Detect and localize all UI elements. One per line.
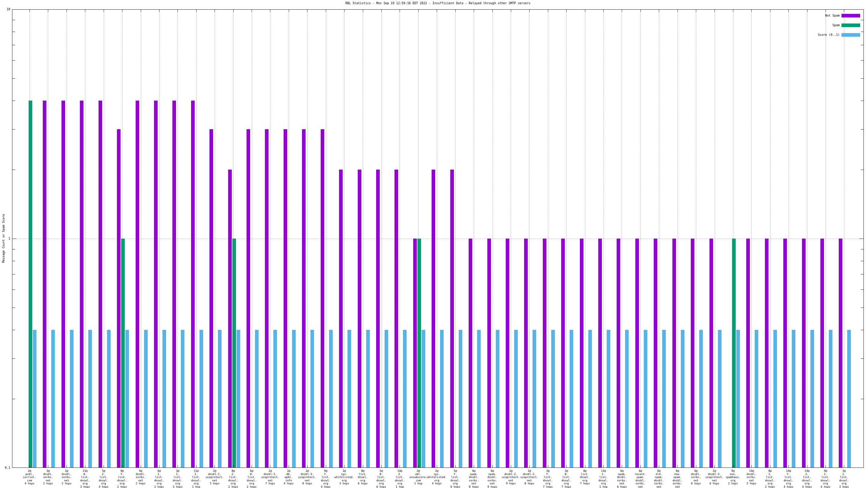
bar-not-spam	[432, 170, 435, 468]
x-tick	[159, 10, 159, 12]
x-tick	[344, 10, 344, 12]
x-tick	[122, 10, 122, 12]
bar-score-0-1	[551, 330, 555, 468]
bar-spam	[29, 101, 32, 468]
bar-score-0-1	[255, 330, 258, 468]
x-tick	[548, 10, 548, 12]
y-minor-tick	[12, 399, 15, 399]
x-tick	[30, 465, 30, 467]
x-tick	[807, 465, 807, 467]
x-tick	[511, 465, 511, 467]
legend-label-spam: Spam	[766, 24, 840, 27]
bar-score-0-1	[51, 330, 55, 468]
bar-score-0-1	[588, 330, 592, 468]
bar-not-spam	[450, 170, 454, 468]
x-tick	[85, 10, 85, 12]
x-tick	[252, 465, 252, 467]
x-tick	[622, 10, 622, 12]
bar-not-spam	[191, 101, 195, 468]
y-minor-tick	[861, 249, 864, 250]
x-tick	[751, 465, 752, 467]
x-tick	[770, 10, 770, 12]
bar-not-spam	[524, 238, 528, 468]
bar-not-spam	[802, 238, 806, 468]
x-tick	[696, 10, 696, 12]
bar-not-spam	[820, 238, 824, 468]
category-label: 3@ 2. list. dnswl. org 3 hops	[823, 469, 865, 488]
bar-score-0-1	[384, 330, 388, 468]
y-minor-tick	[861, 330, 864, 330]
bar-score-0-1	[366, 330, 370, 468]
y-minor-tick	[12, 20, 15, 20]
bar-score-0-1	[569, 330, 573, 468]
x-tick	[363, 10, 363, 12]
chart-title: RBL Statistics - Mon Sep 19 12:59:16 EDT…	[12, 1, 864, 5]
x-tick	[622, 465, 622, 467]
bar-score-0-1	[699, 330, 703, 468]
bar-score-0-1	[181, 330, 184, 468]
bar-not-spam	[376, 170, 380, 468]
bar-spam	[232, 238, 236, 468]
bar-not-spam	[746, 238, 750, 468]
bar-score-0-1	[625, 330, 629, 468]
x-tick	[326, 10, 326, 12]
bar-score-0-1	[736, 330, 740, 468]
bar-not-spam	[710, 238, 713, 468]
x-tick	[85, 465, 85, 467]
bar-score-0-1	[496, 330, 499, 468]
legend-swatch-score	[841, 33, 860, 37]
bar-not-spam	[173, 101, 176, 468]
x-tick	[252, 10, 252, 12]
x-tick	[529, 10, 530, 12]
y-minor-tick	[861, 60, 864, 61]
bar-not-spam	[580, 238, 584, 468]
bar-score-0-1	[422, 330, 425, 468]
bar-score-0-1	[440, 330, 444, 468]
bar-score-0-1	[403, 330, 407, 468]
x-tick	[474, 10, 474, 12]
x-tick	[270, 10, 270, 12]
y-minor-tick	[12, 249, 15, 250]
y-major-tick	[12, 238, 17, 239]
x-tick	[659, 465, 659, 467]
x-tick	[289, 10, 289, 12]
x-tick	[678, 10, 678, 12]
bar-not-spam	[673, 238, 676, 468]
y-minor-tick	[861, 399, 864, 399]
bar-score-0-1	[607, 330, 610, 468]
x-tick	[122, 465, 122, 467]
bar-score-0-1	[310, 330, 314, 468]
y-minor-tick	[861, 129, 864, 130]
bar-score-0-1	[662, 330, 666, 468]
bar-not-spam	[80, 101, 84, 468]
bar-not-spam	[469, 238, 472, 468]
bar-spam	[417, 238, 421, 468]
x-tick	[178, 10, 178, 12]
x-tick	[270, 465, 270, 467]
x-tick	[48, 10, 48, 12]
bar-score-0-1	[218, 330, 221, 468]
bar-not-spam	[617, 238, 620, 468]
y-minor-tick	[861, 358, 864, 359]
x-tick	[418, 465, 418, 467]
bar-not-spam	[321, 129, 324, 468]
x-tick	[400, 465, 400, 467]
y-minor-tick	[861, 20, 864, 20]
bar-score-0-1	[792, 330, 795, 468]
bar-not-spam	[487, 238, 491, 468]
x-tick	[603, 10, 604, 12]
x-tick	[511, 10, 511, 12]
x-tick	[566, 465, 567, 467]
bar-not-spam	[598, 238, 602, 468]
x-tick	[104, 465, 104, 467]
x-tick	[641, 10, 641, 12]
gridline-y-1	[12, 238, 864, 239]
bar-not-spam	[117, 129, 121, 468]
x-tick	[159, 465, 159, 467]
bar-not-spam	[43, 101, 46, 468]
x-tick	[715, 10, 715, 12]
bar-not-spam	[543, 238, 547, 468]
bar-not-spam	[154, 101, 158, 468]
x-tick	[233, 10, 234, 12]
x-tick	[215, 10, 215, 12]
